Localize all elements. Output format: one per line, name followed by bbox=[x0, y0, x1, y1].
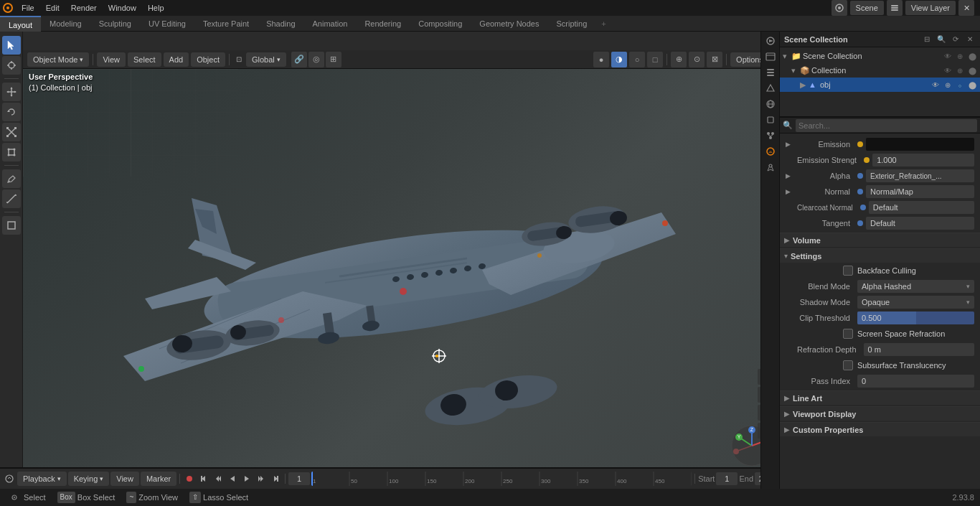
scene-select[interactable]: Scene bbox=[850, 1, 884, 15]
outliner-expand-scene[interactable]: ▾ bbox=[783, 52, 791, 61]
play-button[interactable] bbox=[240, 472, 253, 485]
clip-threshold-field[interactable]: 0.500 bbox=[857, 311, 974, 324]
tab-sculpting[interactable]: Sculpting bbox=[90, 16, 140, 32]
outliner-close-icon[interactable]: ✕ bbox=[964, 34, 976, 45]
start-frame-display[interactable]: 1 bbox=[716, 472, 738, 485]
object-menu-button[interactable]: Object bbox=[191, 52, 225, 67]
tab-geometry-nodes[interactable]: Geometry Nodes bbox=[471, 16, 547, 32]
emission-color-field[interactable] bbox=[866, 138, 974, 151]
alpha-field[interactable]: Exterior_Refraction_... bbox=[866, 169, 974, 182]
prev-keyframe-button[interactable] bbox=[212, 472, 225, 485]
viewport-display-header[interactable]: ▶ Viewport Display bbox=[780, 406, 980, 421]
physics-props-icon[interactable] bbox=[763, 160, 778, 174]
marker-menu[interactable]: Marker bbox=[141, 472, 176, 486]
subsurface-translucency-checkbox[interactable] bbox=[843, 360, 853, 370]
object-props-icon[interactable] bbox=[763, 113, 778, 127]
render-icon-2[interactable]: ⬤ bbox=[967, 65, 977, 75]
viewport-shading-material[interactable]: ◑ bbox=[611, 52, 627, 67]
outliner-expand-obj[interactable]: ▶ bbox=[800, 80, 809, 90]
tab-scripting[interactable]: Scripting bbox=[547, 16, 595, 32]
tab-layout[interactable]: Layout bbox=[0, 16, 41, 32]
eye-icon[interactable]: 👁 bbox=[943, 51, 953, 61]
properties-search-input[interactable] bbox=[796, 119, 977, 132]
viewport-shading-wireframe[interactable]: □ bbox=[647, 52, 663, 67]
render-icon[interactable]: ⬤ bbox=[967, 51, 977, 61]
proportional-edit-button[interactable]: ◎ bbox=[308, 52, 324, 67]
gizmo-toggle[interactable]: ⊕ bbox=[671, 52, 687, 67]
emission-dot[interactable] bbox=[857, 141, 863, 147]
3d-viewport[interactable]: User Perspective (1) Collection | obj X … bbox=[23, 69, 779, 489]
alpha-dot[interactable] bbox=[857, 173, 863, 179]
outliner-sync-icon[interactable]: ⟳ bbox=[950, 34, 961, 45]
menu-edit[interactable]: Edit bbox=[40, 0, 65, 16]
render-icon-3[interactable]: ⬤ bbox=[967, 80, 977, 90]
outliner-row-scene-collection[interactable]: ▾ 📁 Scene Collection 👁 ⊕ ⬤ bbox=[780, 49, 980, 63]
select-tool-button[interactable] bbox=[2, 36, 21, 55]
transform-tool-button[interactable] bbox=[2, 143, 21, 161]
move-tool-button[interactable] bbox=[2, 83, 21, 101]
tangent-dot[interactable] bbox=[857, 220, 863, 226]
view-layer-new[interactable]: ✕ bbox=[958, 0, 974, 16]
status-select[interactable]: Select bbox=[6, 493, 52, 502]
viewport-shading-rendered[interactable]: ○ bbox=[629, 52, 645, 67]
normal-expand[interactable]: ▶ bbox=[786, 188, 794, 195]
menu-file[interactable]: File bbox=[16, 0, 40, 16]
status-zoom[interactable]: ~ Zoom View bbox=[121, 492, 184, 503]
outliner-filter-icon[interactable]: ⊟ bbox=[921, 34, 933, 45]
record-button[interactable] bbox=[183, 472, 196, 485]
next-keyframe-button[interactable] bbox=[255, 472, 268, 485]
current-frame-display[interactable]: 1 bbox=[288, 472, 310, 485]
play-reverse-button[interactable] bbox=[226, 472, 239, 485]
output-props-icon[interactable] bbox=[763, 50, 778, 64]
tab-shading[interactable]: Shading bbox=[258, 16, 303, 32]
backface-culling-checkbox[interactable] bbox=[843, 266, 853, 276]
outliner-search-icon[interactable]: 🔍 bbox=[936, 34, 947, 45]
tab-uv-editing[interactable]: UV Editing bbox=[140, 16, 194, 32]
view-menu-button[interactable]: View bbox=[97, 52, 126, 67]
eye-icon-2[interactable]: 👁 bbox=[943, 65, 953, 75]
alpha-expand[interactable]: ▶ bbox=[786, 172, 794, 179]
pass-index-field[interactable]: 0 bbox=[857, 375, 974, 388]
xray-toggle[interactable]: ⊠ bbox=[707, 52, 722, 67]
tab-animation[interactable]: Animation bbox=[304, 16, 357, 32]
shadow-mode-select[interactable]: Opaque ▾ bbox=[857, 296, 974, 309]
emission-expand-arrow[interactable]: ▶ bbox=[786, 141, 794, 148]
select-icon-3[interactable]: ⊕ bbox=[943, 80, 953, 90]
object-mode-button[interactable]: Object Mode ▾ bbox=[27, 52, 89, 67]
tab-modeling[interactable]: Modeling bbox=[41, 16, 90, 32]
scale-tool-button[interactable] bbox=[2, 123, 21, 141]
cursor-tool-button[interactable] bbox=[2, 56, 21, 75]
status-box-select[interactable]: Box Box Select bbox=[52, 492, 121, 503]
tab-compositing[interactable]: Compositing bbox=[410, 16, 471, 32]
add-workspace-button[interactable]: + bbox=[595, 19, 611, 28]
world-props-icon[interactable] bbox=[763, 97, 778, 111]
rotate-tool-button[interactable] bbox=[2, 103, 21, 121]
timeline-view-menu[interactable]: View bbox=[110, 472, 139, 486]
blend-mode-select[interactable]: Alpha Hashed ▾ bbox=[857, 280, 974, 293]
timeline-scrubber[interactable]: 1 50 100 150 200 250 300 350 400 450 bbox=[311, 472, 692, 486]
view-layer-icon[interactable] bbox=[887, 0, 903, 16]
tab-rendering[interactable]: Rendering bbox=[356, 16, 410, 32]
overlay-toggle[interactable]: ⊙ bbox=[689, 52, 705, 67]
view-layer-select[interactable]: View Layer bbox=[905, 1, 956, 15]
skip-to-start-button[interactable] bbox=[197, 472, 210, 485]
view-layer-props-icon[interactable] bbox=[763, 65, 778, 80]
volume-section-header[interactable]: ▶ Volume bbox=[780, 233, 980, 247]
blender-logo[interactable] bbox=[0, 0, 16, 16]
annotate-tool-button[interactable] bbox=[2, 169, 21, 188]
clearcoat-dot[interactable] bbox=[860, 205, 866, 210]
render-props-icon[interactable] bbox=[763, 34, 778, 48]
transform-orientation-button[interactable]: Global ▾ bbox=[246, 52, 286, 67]
select-icon[interactable]: ⊕ bbox=[955, 51, 965, 61]
menu-help[interactable]: Help bbox=[142, 0, 170, 16]
screen-space-refraction-checkbox[interactable] bbox=[843, 329, 853, 339]
add-box-tool-button[interactable] bbox=[2, 216, 21, 235]
normal-dot[interactable] bbox=[857, 189, 863, 195]
add-menu-button[interactable]: Add bbox=[164, 52, 189, 67]
status-lasso[interactable]: ⇧ Lasso Select bbox=[184, 492, 254, 503]
clearcoat-field[interactable]: Default bbox=[869, 201, 974, 214]
tab-texture-paint[interactable]: Texture Paint bbox=[194, 16, 258, 32]
emission-strength-field[interactable]: 1.000 bbox=[872, 154, 974, 167]
line-art-header[interactable]: ▶ Line Art bbox=[780, 390, 980, 405]
apply-transform-button[interactable]: ⊞ bbox=[326, 52, 341, 67]
